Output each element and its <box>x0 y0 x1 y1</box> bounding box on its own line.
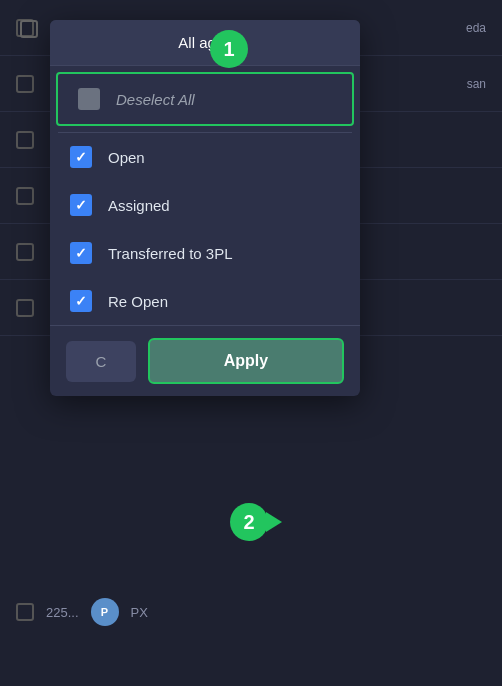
page-container: eda san ▼ 1 All ages <box>0 0 502 686</box>
cancel-button[interactable]: C <box>66 341 136 382</box>
row-text-2: san <box>467 77 486 91</box>
bottom-suffix: PX <box>131 605 148 620</box>
option-row-open[interactable]: Open <box>50 133 360 181</box>
bottom-text: 225... <box>46 605 79 620</box>
step-2-badge: 2 <box>230 503 268 541</box>
apply-button[interactable]: Apply <box>148 338 344 384</box>
header-checkbox[interactable] <box>20 20 38 38</box>
option-row-transferred[interactable]: Transferred to 3PL <box>50 229 360 277</box>
checkbox-reopen[interactable] <box>70 290 92 312</box>
deselect-all-row[interactable]: Deselect All <box>56 72 354 126</box>
dropdown-header: All ages <box>50 20 360 66</box>
row-text-1: eda <box>466 21 486 35</box>
bottom-badge: P <box>91 598 119 626</box>
bottom-row: 225... P PX <box>16 598 148 626</box>
deselect-label: Deselect All <box>116 91 195 108</box>
row-checkbox-4[interactable] <box>16 187 34 205</box>
option-row-assigned[interactable]: Assigned <box>50 181 360 229</box>
checkbox-assigned[interactable] <box>70 194 92 216</box>
option-label-reopen: Re Open <box>108 293 168 310</box>
deselect-checkbox <box>78 88 100 110</box>
bottom-checkbox[interactable] <box>16 603 34 621</box>
option-label-transferred: Transferred to 3PL <box>108 245 233 262</box>
dropdown-menu: All ages Deselect All Open Assigned Tran… <box>50 20 360 396</box>
row-checkbox-2[interactable] <box>16 75 34 93</box>
row-checkbox-5[interactable] <box>16 243 34 261</box>
option-label-open: Open <box>108 149 145 166</box>
option-label-assigned: Assigned <box>108 197 170 214</box>
option-row-reopen[interactable]: Re Open <box>50 277 360 325</box>
step-2-arrow-icon <box>266 512 282 532</box>
dropdown-footer: C Apply <box>50 325 360 396</box>
row-checkbox-3[interactable] <box>16 131 34 149</box>
step-2-container: 2 <box>230 503 282 541</box>
checkbox-transferred[interactable] <box>70 242 92 264</box>
step-1-badge: 1 <box>210 30 248 68</box>
row-checkbox-6[interactable] <box>16 299 34 317</box>
checkbox-open[interactable] <box>70 146 92 168</box>
